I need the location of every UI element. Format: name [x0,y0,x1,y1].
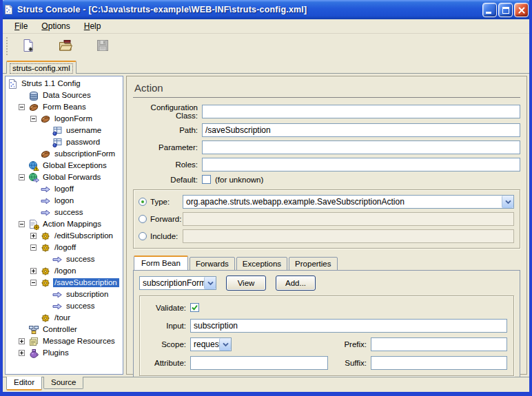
form-bean-select[interactable]: subscriptionForm [139,276,216,290]
close-button[interactable] [514,3,529,17]
document-tab-label: struts-config.xml [10,63,73,74]
tree-item-controller[interactable]: Controller [6,324,123,335]
scope-select[interactable]: request [190,337,232,351]
tree-item-message-resources[interactable]: Message Resources [6,335,123,347]
input-label: Input: [146,322,186,330]
tab-properties[interactable]: Properties [289,257,337,271]
menu-file[interactable]: File [8,20,34,32]
tree-item-action-mappings[interactable]: Action Mappings [6,218,123,230]
expand-toggle[interactable] [19,338,28,344]
tree-item-logon[interactable]: /logon [6,265,123,277]
tree-item-label: subscription [65,290,110,299]
include-radio[interactable] [139,232,147,240]
roles-field[interactable] [202,158,520,171]
minimize-button[interactable] [482,3,497,17]
tab-form-bean[interactable]: Form Bean [134,256,188,271]
tree-item-data-sources[interactable]: Data Sources [6,90,123,101]
tree-item-plugins[interactable]: Plugins [6,347,123,359]
collapse-toggle[interactable] [30,116,40,122]
tree-item-password[interactable]: password [6,136,123,148]
tree-item-logoff[interactable]: logoff [6,183,123,195]
prefix-field[interactable] [371,337,507,351]
tree-item-logonform[interactable]: logonForm [6,113,123,125]
view-button[interactable]: View [226,275,266,291]
suffix-field[interactable] [371,356,507,370]
include-field [183,229,514,243]
tree-item-label: logonForm [53,114,94,123]
tree-item-global-forwards[interactable]: Global Forwards [6,171,123,183]
menu-options[interactable]: Options [35,20,76,32]
tree-item-label: Plugins [41,348,71,357]
plus-icon [19,350,25,356]
menubar: FileOptionsHelp [3,19,529,34]
tree-item-username[interactable]: username [6,125,123,136]
tree-item-label: success [53,208,85,217]
new-file-button[interactable] [18,37,39,56]
tree-item-editsubscription[interactable]: /editSubscription [6,230,123,242]
type-select[interactable]: org.apache.struts.webapp.example.SaveSub… [183,195,514,209]
tree-item-label: Global Exceptions [41,161,109,170]
collapse-toggle[interactable] [30,280,40,286]
chevron-down-icon[interactable] [204,277,216,289]
collapse-toggle[interactable] [19,221,28,227]
tree-item-subscription[interactable]: subscription [6,289,123,300]
action-gear-icon [40,231,51,242]
add-button[interactable]: Add... [276,275,316,291]
tab-forwards[interactable]: Forwards [190,257,235,271]
tab-editor[interactable]: Editor [6,377,42,390]
tab-source[interactable]: Source [43,377,83,389]
collapse-toggle[interactable] [19,174,28,180]
attribute-field[interactable] [190,356,328,370]
tab-exceptions[interactable]: Exceptions [236,257,287,271]
tree-item-success[interactable]: success [6,253,123,265]
tree-item-savesubscription[interactable]: /saveSubscription [6,277,123,289]
input-field[interactable] [190,319,507,333]
titlebar[interactable]: Struts Console - [C:\Java\struts-example… [0,0,532,19]
tree-item-label: /logoff [53,243,78,252]
chevron-down-icon[interactable] [502,196,513,208]
document-tab-struts-config-xml[interactable]: struts-config.xml [6,61,76,74]
expand-toggle[interactable] [19,350,28,356]
config-file-icon [7,79,18,90]
tree-item-form-beans[interactable]: Form Beans [6,101,123,113]
path-field[interactable] [202,123,520,137]
expand-toggle[interactable] [30,268,40,274]
toolbar [3,34,529,59]
toolbar-grip[interactable] [6,37,8,56]
tree-item-label: Data Sources [41,91,93,100]
sub-tab-bar: Form BeanForwardsExceptionsProperties [133,256,520,270]
forward-arrow-icon [40,196,51,207]
forward-radio[interactable] [139,215,147,223]
bean-select-row: subscriptionForm View Add... [139,275,514,291]
open-file-button[interactable] [55,37,76,56]
collapse-toggle[interactable] [19,104,28,110]
tree-item-success[interactable]: success [6,300,123,312]
tree-item-label: Action Mappings [41,220,103,229]
form-field-icon [52,137,63,148]
type-radio[interactable] [139,198,147,206]
scope-label: Scope: [146,340,186,348]
tree-item-struts-1-1-config[interactable]: Struts 1.1 Config [6,78,123,90]
tree-item-tour[interactable]: /tour [6,312,123,324]
tree-item-label: /tour [53,313,72,322]
tree-item-success[interactable]: success [6,207,123,218]
controller-icon [28,324,39,335]
panel-title: Action [133,81,520,98]
tree-item-logoff[interactable]: /logoff [6,242,123,253]
collapse-toggle[interactable] [30,244,40,251]
menu-help[interactable]: Help [78,20,108,32]
parameter-field[interactable] [202,140,520,154]
scope-select-value: request [191,338,219,351]
field-row-path: Path: [133,123,520,137]
expand-toggle[interactable] [30,233,40,239]
validate-checkbox[interactable] [190,303,199,312]
configuration-class-field[interactable] [202,105,520,118]
tree-item-global-exceptions[interactable]: Global Exceptions [6,160,123,171]
maximize-button[interactable] [498,3,513,17]
form-bean-detail-box: Validate: Input: Scope: request Prefix: … [139,295,514,376]
default-checkbox[interactable] [202,175,211,184]
tree-item-subscriptionform[interactable]: subscriptionForm [6,148,123,160]
chevron-down-icon[interactable] [219,338,231,351]
tree-item-logon[interactable]: logon [6,195,123,207]
minus-icon [19,221,25,227]
